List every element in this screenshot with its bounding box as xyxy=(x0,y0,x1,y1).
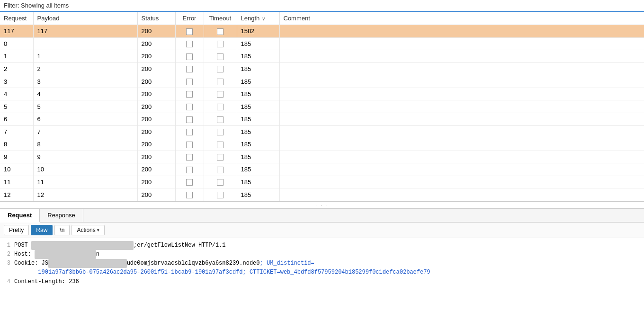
timeout-checkbox[interactable] xyxy=(217,28,224,35)
cell-status: 200 xyxy=(137,188,175,201)
error-checkbox[interactable] xyxy=(186,154,193,160)
timeout-checkbox[interactable] xyxy=(217,66,224,72)
error-checkbox[interactable] xyxy=(186,54,193,60)
cell-error xyxy=(175,163,204,176)
timeout-checkbox[interactable] xyxy=(217,167,224,173)
cell-length: 185 xyxy=(237,163,279,176)
raw-button[interactable]: Raw xyxy=(31,225,53,235)
cell-request: 12 xyxy=(0,188,33,201)
table-row[interactable]: 66200185 xyxy=(0,113,644,125)
cell-request: 6 xyxy=(0,113,33,125)
cell-status: 200 xyxy=(137,138,175,151)
table-row[interactable]: 11200185 xyxy=(0,50,644,63)
cell-comment xyxy=(279,62,644,75)
cell-length: 185 xyxy=(237,50,279,63)
timeout-checkbox[interactable] xyxy=(217,79,224,85)
error-checkbox[interactable] xyxy=(186,142,193,148)
cell-error xyxy=(175,75,204,88)
cell-status: 200 xyxy=(137,88,175,100)
line-number: 3 xyxy=(4,259,10,277)
cell-status: 200 xyxy=(137,151,175,163)
um-distinctid-label: ; UM_distinctid= xyxy=(260,260,314,267)
col-header-status[interactable]: Status xyxy=(137,12,175,25)
table-row[interactable]: 77200185 xyxy=(0,125,644,138)
cell-timeout xyxy=(204,62,237,75)
col-header-payload[interactable]: Payload xyxy=(33,12,137,25)
cell-timeout xyxy=(204,188,237,201)
requests-table: RequestPayloadStatusErrorTimeoutLength ∨… xyxy=(0,12,644,201)
cell-error xyxy=(175,50,204,63)
col-header-error[interactable]: Error xyxy=(175,12,204,25)
timeout-checkbox[interactable] xyxy=(217,192,224,198)
error-checkbox[interactable] xyxy=(186,28,193,35)
cell-length: 185 xyxy=(237,125,279,138)
timeout-checkbox[interactable] xyxy=(217,179,224,186)
cell-length: 185 xyxy=(237,113,279,125)
timeout-checkbox[interactable] xyxy=(217,54,224,60)
table-row[interactable]: 55200185 xyxy=(0,100,644,113)
table-row[interactable]: 88200185 xyxy=(0,138,644,151)
error-checkbox[interactable] xyxy=(186,129,193,135)
cell-error xyxy=(175,151,204,163)
cell-error xyxy=(175,138,204,151)
cell-payload: 5 xyxy=(33,100,137,113)
error-checkbox[interactable] xyxy=(186,167,193,173)
cell-length: 185 xyxy=(237,75,279,88)
error-checkbox[interactable] xyxy=(186,179,193,186)
table-header: RequestPayloadStatusErrorTimeoutLength ∨… xyxy=(0,12,644,25)
ctticket-label: ; CTTICKET=web_4bdfd8f57959204b185299f0c… xyxy=(243,269,430,276)
cell-request: 1 xyxy=(0,50,33,63)
error-checkbox[interactable] xyxy=(186,192,193,198)
error-checkbox[interactable] xyxy=(186,79,193,85)
table-row[interactable]: 0200185 xyxy=(0,37,644,50)
table-row[interactable]: 1212200185 xyxy=(0,188,644,201)
timeout-checkbox[interactable] xyxy=(217,142,224,148)
col-header-request[interactable]: Request xyxy=(0,12,33,25)
table-row[interactable]: 1111200185 xyxy=(0,176,644,188)
newline-button[interactable]: \n xyxy=(54,225,70,235)
cell-timeout xyxy=(204,163,237,176)
col-header-timeout[interactable]: Timeout xyxy=(204,12,237,25)
cell-timeout xyxy=(204,100,237,113)
table-row[interactable]: 33200185 xyxy=(0,75,644,88)
table-row[interactable]: 44200185 xyxy=(0,88,644,100)
tab-response[interactable]: Response xyxy=(40,209,83,222)
filter-bar: Filter: Showing all items xyxy=(0,0,644,12)
cell-error xyxy=(175,62,204,75)
line-2: 2 Host: n xyxy=(4,250,640,259)
col-header-comment[interactable]: Comment xyxy=(279,12,644,25)
timeout-checkbox[interactable] xyxy=(217,129,224,135)
timeout-checkbox[interactable] xyxy=(217,91,224,98)
timeout-checkbox[interactable] xyxy=(217,104,224,110)
cell-comment xyxy=(279,100,644,113)
cell-error xyxy=(175,37,204,50)
timeout-checkbox[interactable] xyxy=(217,154,224,160)
error-checkbox[interactable] xyxy=(186,116,193,123)
error-checkbox[interactable] xyxy=(186,104,193,110)
error-checkbox[interactable] xyxy=(186,91,193,98)
table-row[interactable]: 22200185 xyxy=(0,62,644,75)
cell-timeout xyxy=(204,151,237,163)
actions-button[interactable]: Actions ▾ xyxy=(72,225,104,235)
cell-comment xyxy=(279,125,644,138)
col-header-length[interactable]: Length ∨ xyxy=(237,12,279,25)
timeout-checkbox[interactable] xyxy=(217,41,224,47)
table-row[interactable]: 99200185 xyxy=(0,151,644,163)
cell-error xyxy=(175,113,204,125)
cell-timeout xyxy=(204,125,237,138)
error-checkbox[interactable] xyxy=(186,66,193,72)
pretty-button[interactable]: Pretty xyxy=(4,225,29,235)
resize-handle[interactable]: · · · xyxy=(0,202,644,209)
cell-payload: 10 xyxy=(33,163,137,176)
table-row[interactable]: 1010200185 xyxy=(0,163,644,176)
bottom-tabs: Request Response xyxy=(0,209,644,223)
cell-comment xyxy=(279,88,644,100)
cell-timeout xyxy=(204,75,237,88)
cell-request: 9 xyxy=(0,151,33,163)
tab-request[interactable]: Request xyxy=(0,209,40,223)
line-number: 4 xyxy=(4,277,10,286)
timeout-checkbox[interactable] xyxy=(217,116,224,123)
error-checkbox[interactable] xyxy=(186,41,193,47)
table-row[interactable]: 1171172001582 xyxy=(0,25,644,38)
cell-comment xyxy=(279,163,644,176)
